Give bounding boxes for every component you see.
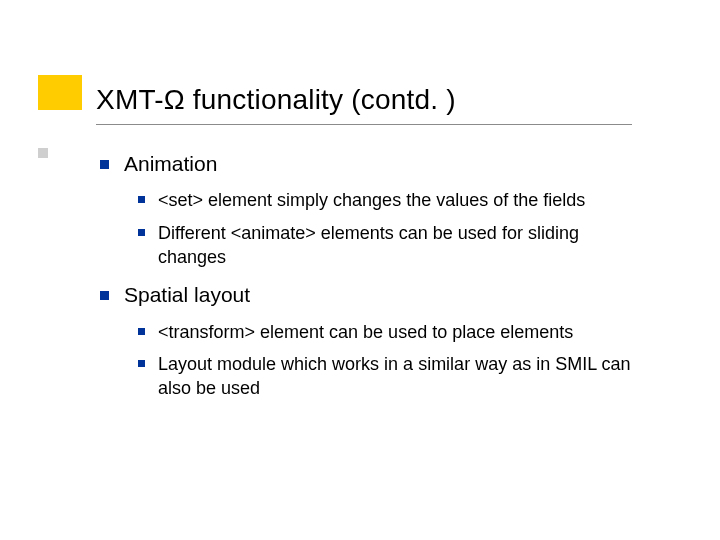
bullet-level1: Animation <set> element simply changes t… [90, 150, 650, 269]
slide-body: Animation <set> element simply changes t… [90, 150, 650, 412]
title-underline [96, 124, 632, 125]
bullet-text: <set> element simply changes the values … [158, 190, 585, 210]
bullet-text: Different <animate> elements can be used… [158, 223, 579, 267]
bullet-level1: Spatial layout <transform> element can b… [90, 281, 650, 400]
decor-yellow-block [38, 75, 82, 110]
slide: XMT-Ω functionality (contd. ) Animation … [0, 0, 720, 540]
bullet-level2: Layout module which works in a similar w… [130, 352, 650, 401]
bullet-level2: Different <animate> elements can be used… [130, 221, 650, 270]
bullet-label: Spatial layout [124, 283, 250, 306]
bullet-level2: <transform> element can be used to place… [130, 320, 650, 344]
bullet-level2: <set> element simply changes the values … [130, 188, 650, 212]
bullet-text: Layout module which works in a similar w… [158, 354, 631, 398]
bullet-label: Animation [124, 152, 217, 175]
decor-gray-square [38, 148, 48, 158]
slide-title: XMT-Ω functionality (contd. ) [96, 84, 456, 116]
bullet-text: <transform> element can be used to place… [158, 322, 573, 342]
